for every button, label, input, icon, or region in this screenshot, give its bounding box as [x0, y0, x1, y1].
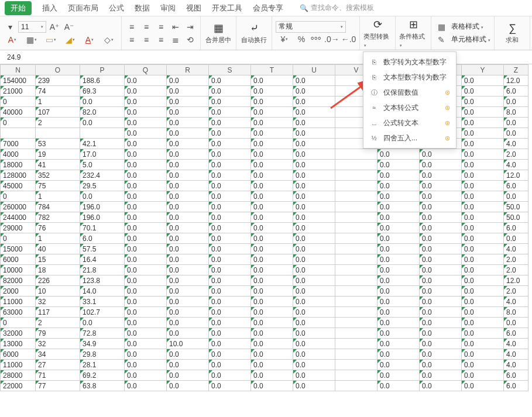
- table-row[interactable]: 130003234.90.010.00.00.00.00.00.00.04.0: [1, 339, 528, 349]
- cell[interactable]: 11000: [1, 360, 36, 370]
- sum-button[interactable]: ∑ 求和: [498, 22, 526, 44]
- cell[interactable]: 0.0: [209, 381, 251, 391]
- cell[interactable]: [335, 328, 377, 339]
- cell[interactable]: 2: [36, 118, 80, 128]
- table-row[interactable]: 320007972.80.00.00.00.00.00.00.00.06.0: [1, 328, 528, 339]
- search-commands[interactable]: 🔍 查找命令、搜索模板: [300, 3, 374, 13]
- column-header[interactable]: R: [167, 65, 209, 75]
- cell[interactable]: 0.0: [167, 139, 209, 149]
- cell[interactable]: 0.0: [125, 181, 167, 191]
- cell[interactable]: 50.0: [504, 202, 528, 212]
- cell[interactable]: 0.0: [504, 97, 528, 107]
- highlight-icon[interactable]: ◢▾: [61, 33, 79, 46]
- cell[interactable]: [335, 307, 377, 318]
- tab-layout[interactable]: 页面布局: [68, 3, 98, 13]
- cell[interactable]: 0.0: [251, 318, 293, 328]
- cell[interactable]: 0.0: [251, 139, 293, 149]
- cell[interactable]: 0.0: [504, 233, 528, 244]
- cell[interactable]: 0.0: [209, 328, 251, 339]
- cell[interactable]: 0.0: [167, 307, 209, 318]
- cell[interactable]: 0.0: [251, 370, 293, 381]
- cell[interactable]: 0.0: [251, 191, 293, 202]
- cell[interactable]: 0.0: [125, 128, 167, 139]
- cell[interactable]: 0.0: [209, 139, 251, 149]
- table-row[interactable]: 290007670.10.00.00.00.00.00.00.00.06.0: [1, 223, 528, 233]
- cell[interactable]: 0.0: [462, 275, 504, 286]
- table-row[interactable]: 016.00.00.00.00.00.00.00.00.00.0: [1, 233, 528, 244]
- cell[interactable]: 0.0: [125, 254, 167, 265]
- cell[interactable]: 0.0: [293, 381, 335, 391]
- cell[interactable]: 10000: [1, 265, 36, 275]
- align-bottom-icon[interactable]: ≡: [155, 20, 167, 33]
- cell[interactable]: 0.0: [420, 160, 462, 170]
- table-row[interactable]: 244000782196.00.00.00.00.00.00.00.00.050…: [1, 212, 528, 223]
- cell[interactable]: 0.0: [420, 202, 462, 212]
- cell[interactable]: 0.0: [377, 223, 420, 233]
- cell[interactable]: 0.0: [377, 286, 420, 297]
- cell[interactable]: 0.0: [80, 118, 125, 128]
- cell[interactable]: 0.0: [209, 360, 251, 370]
- cell[interactable]: 0.0: [125, 244, 167, 254]
- table-row[interactable]: 110002728.10.00.00.00.00.00.00.00.04.0: [1, 360, 528, 370]
- cell[interactable]: 0.0: [251, 118, 293, 128]
- cell[interactable]: 0.0: [209, 254, 251, 265]
- cell[interactable]: [335, 381, 377, 391]
- cell[interactable]: 0.0: [420, 223, 462, 233]
- cell[interactable]: 0.0: [293, 349, 335, 360]
- cell[interactable]: 244000: [1, 212, 36, 223]
- cell[interactable]: 0.0: [293, 370, 335, 381]
- cell[interactable]: 196.0: [80, 212, 125, 223]
- cell[interactable]: 0.0: [251, 212, 293, 223]
- cell[interactable]: [36, 128, 80, 139]
- cell[interactable]: 0.0: [293, 97, 335, 107]
- cell[interactable]: 16.4: [80, 254, 125, 265]
- cell[interactable]: 0.0: [125, 265, 167, 275]
- tab-insert[interactable]: 插入: [42, 3, 57, 13]
- cell[interactable]: 0.0: [462, 265, 504, 275]
- cell[interactable]: 0.0: [462, 360, 504, 370]
- cell[interactable]: 79: [36, 328, 80, 339]
- cell[interactable]: 0.0: [377, 339, 420, 349]
- cell[interactable]: 0.0: [462, 370, 504, 381]
- cell[interactable]: 0.0: [462, 254, 504, 265]
- table-row[interactable]: 82000226123.80.00.00.00.00.00.00.00.012.…: [1, 275, 528, 286]
- column-header[interactable]: Z: [504, 65, 528, 75]
- cell[interactable]: 0.0: [251, 107, 293, 118]
- cell[interactable]: 0.0: [125, 275, 167, 286]
- cell[interactable]: 6.0: [504, 381, 528, 391]
- cell[interactable]: 0.0: [420, 297, 462, 307]
- cell[interactable]: 57.5: [80, 244, 125, 254]
- cell[interactable]: 0.0: [377, 244, 420, 254]
- cell[interactable]: [335, 212, 377, 223]
- menu-text-to-formula[interactable]: ≈文本转公式⊛: [363, 100, 456, 115]
- cell[interactable]: 29.5: [80, 181, 125, 191]
- cell[interactable]: 0.0: [251, 202, 293, 212]
- table-row[interactable]: 40001917.00.00.00.00.00.00.00.00.02.0: [1, 149, 528, 160]
- cell[interactable]: 196.0: [80, 202, 125, 212]
- tab-devtools[interactable]: 开发工具: [212, 3, 242, 13]
- cell[interactable]: 2.0: [504, 286, 528, 297]
- cell[interactable]: 0.0: [504, 191, 528, 202]
- cell[interactable]: 0.0: [462, 149, 504, 160]
- cell[interactable]: 117: [36, 307, 80, 318]
- cell[interactable]: 0.0: [420, 349, 462, 360]
- cell[interactable]: 0.0: [209, 107, 251, 118]
- cell[interactable]: 0.0: [209, 160, 251, 170]
- column-header[interactable]: U: [293, 65, 335, 75]
- cell[interactable]: 0.0: [377, 181, 420, 191]
- tab-data[interactable]: 数据: [135, 3, 150, 13]
- cell[interactable]: 0.0: [293, 254, 335, 265]
- column-header[interactable]: S: [209, 65, 251, 75]
- cell[interactable]: 0.0: [462, 328, 504, 339]
- cell[interactable]: 75: [36, 181, 80, 191]
- increase-decimal-icon[interactable]: .0→: [324, 33, 339, 46]
- cell[interactable]: 0.0: [462, 223, 504, 233]
- align-left-icon[interactable]: ≡: [125, 33, 138, 46]
- cell[interactable]: 15: [36, 254, 80, 265]
- cell[interactable]: 0.0: [209, 307, 251, 318]
- cell[interactable]: 0.0: [251, 223, 293, 233]
- decrease-font-icon[interactable]: A⁻: [63, 20, 75, 33]
- cell[interactable]: 0.0: [167, 328, 209, 339]
- cell[interactable]: 0.0: [167, 97, 209, 107]
- cell[interactable]: 0.0: [462, 212, 504, 223]
